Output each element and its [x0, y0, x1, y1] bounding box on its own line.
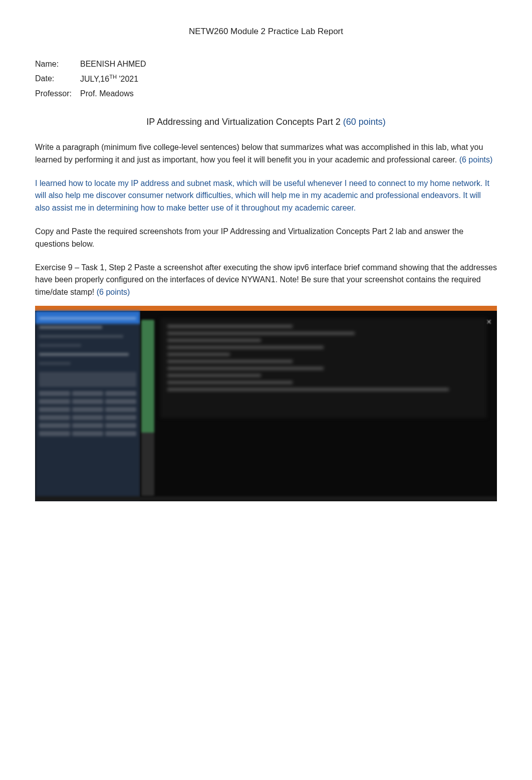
date-prefix: JULY,16 [80, 75, 109, 83]
sidebar-blur-row [39, 407, 136, 412]
embedded-screenshot: ✕ [35, 306, 497, 501]
section-heading-text: IP Addressing and Virtualization Concept… [146, 117, 343, 127]
terminal-blur-line [167, 332, 355, 335]
section-heading-points: (60 points) [343, 117, 386, 127]
sidebar-blur-line [39, 344, 81, 347]
sidebar-blur-block [39, 372, 136, 387]
terminal-blur-line [167, 367, 324, 370]
professor-value: Prof. Meadows [80, 88, 134, 100]
page-title: NETW260 Module 2 Practice Lab Report [35, 25, 497, 38]
screenshot-sidebar [35, 311, 140, 501]
terminal-blur-line [167, 339, 261, 342]
meta-row-date: Date: JULY,16TH '2021 [35, 73, 497, 86]
terminal-blur-line [167, 346, 324, 349]
close-icon: ✕ [486, 317, 493, 324]
name-label: Name: [35, 58, 80, 71]
terminal-blur-line [167, 388, 449, 391]
sidebar-blur-line [39, 326, 102, 329]
screenshot-terminal-panel [160, 318, 487, 418]
instruction-lab-name: IP Addressing and Virtualization Concept… [221, 227, 394, 236]
terminal-blur-line [167, 353, 230, 356]
terminal-blur-line [167, 381, 293, 384]
sidebar-blur-line [39, 362, 71, 365]
summary-prompt: Write a paragraph (minimum five college-… [35, 141, 497, 166]
date-value: JULY,16TH '2021 [80, 73, 138, 86]
sidebar-blur-line [39, 335, 123, 338]
student-meta-block: Name: BEENISH AHMED Date: JULY,16TH '202… [35, 58, 497, 100]
name-value: BEENISH AHMED [80, 58, 146, 71]
screenshot-tab-column [141, 320, 154, 496]
section-heading: IP Addressing and Virtualization Concept… [35, 115, 497, 129]
summary-prompt-text: Write a paragraph (minimum five college-… [35, 143, 483, 164]
professor-label: Professor: [35, 88, 80, 100]
terminal-blur-line [167, 374, 261, 377]
sidebar-blur-line [39, 317, 136, 320]
terminal-blur-line [167, 360, 293, 363]
date-label: Date: [35, 73, 80, 86]
sidebar-blur-row [39, 399, 136, 404]
sidebar-blur-row [39, 423, 136, 428]
summary-prompt-points: (6 points) [459, 155, 493, 164]
sidebar-blur-line [39, 353, 129, 356]
sidebar-blur-row [39, 431, 136, 436]
meta-row-name: Name: BEENISH AHMED [35, 58, 497, 71]
student-answer: I learned how to locate my IP address an… [35, 177, 497, 215]
sidebar-blur-row [39, 415, 136, 420]
sidebar-blur-row [39, 391, 136, 396]
date-superscript: TH [109, 74, 117, 80]
exercise-prompt: Exercise 9 – Task 1, Step 2 Paste a scre… [35, 262, 497, 299]
screenshot-titlebar [35, 306, 497, 311]
screenshot-instruction: Copy and Paste the required screenshots … [35, 226, 497, 251]
terminal-blur-line [167, 325, 293, 328]
instruction-pre: Copy and Paste the required screenshots … [35, 227, 221, 236]
screenshot-main-pane: ✕ [140, 311, 497, 501]
date-suffix: '2021 [117, 75, 138, 83]
screenshot-taskbar [35, 496, 497, 501]
meta-row-professor: Professor: Prof. Meadows [35, 88, 497, 100]
exercise-points: (6 points) [97, 288, 130, 296]
